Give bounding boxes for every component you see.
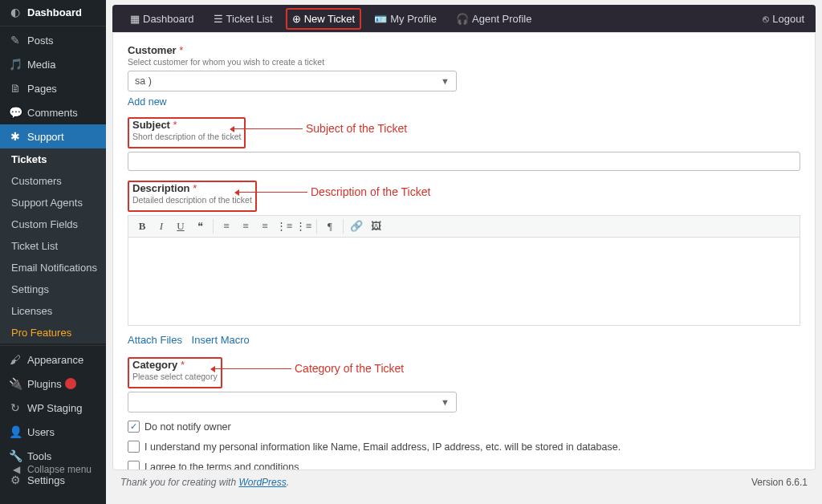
checkbox-consent-terms[interactable]: I agree to the terms and conditions [128, 461, 800, 470]
add-new-link[interactable]: Add new [128, 96, 167, 108]
media-icon: 🎵 [8, 58, 22, 71]
sidebar-subitem-ticket-list[interactable]: Ticket List [0, 235, 106, 257]
sidebar-item-appearance[interactable]: 🖌 Appearance [0, 348, 106, 372]
chevron-down-icon: ▼ [441, 76, 450, 86]
sidebar-item-plugins[interactable]: 🔌 Plugins [0, 372, 106, 396]
sidebar-label: WP Staging [27, 402, 82, 414]
checkbox-do-not-notify[interactable]: ✓ Do not notify owner [128, 421, 800, 433]
tab-agent-profile[interactable]: 🎧 Agent Profile [450, 8, 538, 30]
sidebar-collapse-label: Collapse menu [27, 464, 92, 475]
sidebar-subitem-tickets[interactable]: Tickets [0, 148, 106, 170]
sidebar-subitem-licenses[interactable]: Licenses [0, 300, 106, 322]
plus-icon: ⊕ [292, 13, 301, 25]
posts-icon: ✎ [8, 34, 22, 47]
sidebar-label: Posts [27, 35, 54, 47]
plugins-icon: 🔌 [8, 377, 22, 390]
wordpress-link[interactable]: WordPress [238, 477, 286, 488]
subject-input[interactable] [128, 152, 800, 171]
sidebar-label: Plugins [27, 378, 62, 390]
field-description: Description * Detailed description of th… [128, 181, 800, 326]
attachment-links: Attach Files Insert Macro [128, 334, 800, 346]
footer-thanks: Thank you for creating with WordPress. [120, 477, 289, 488]
ordered-list-button[interactable]: ⋮≡ [275, 217, 293, 235]
unordered-list-button[interactable]: ⋮≡ [295, 217, 312, 235]
category-select[interactable]: ▼ [128, 392, 457, 413]
admin-sidebar: ◐ Dashboard ✎ Posts 🎵 Media 🗎 Pages 💬 Co… [0, 0, 106, 504]
customer-select[interactable]: sa ) ▼ [128, 71, 457, 91]
toolbar-separator [213, 219, 214, 234]
dashboard-icon: ◐ [8, 6, 22, 18]
annotation-box-category: Category * Please select category [128, 357, 222, 388]
tab-ticket-list[interactable]: ☰ Ticket List [207, 8, 279, 30]
attach-files-link[interactable]: Attach Files [128, 334, 182, 346]
sidebar-subitem-support-agents[interactable]: Support Agents [0, 192, 106, 213]
sidebar-label: Comments [27, 107, 78, 119]
sidebar-label: Support [27, 131, 64, 143]
sidebar-subitem-customers[interactable]: Customers [0, 170, 106, 192]
sidebar-subitem-pro-features[interactable]: Pro Features [0, 322, 106, 343]
logout-label: Logout [772, 13, 804, 25]
sidebar-label: Appearance [27, 354, 83, 366]
blockquote-button[interactable]: ❝ [191, 217, 209, 235]
admin-footer: Thank you for creating with WordPress. V… [120, 477, 808, 488]
sidebar-item-comments[interactable]: 💬 Comments [0, 100, 106, 124]
comments-icon: 💬 [8, 106, 22, 119]
description-help: Detailed description of the ticket [132, 195, 252, 205]
wpstaging-icon: ↻ [8, 401, 22, 414]
image-button[interactable]: 🖼 [367, 217, 385, 235]
link-button[interactable]: 🔗 [348, 217, 365, 235]
agent-icon: 🎧 [456, 13, 469, 25]
editor-toolbar: B I U ❝ ≡ ≡ ≡ ⋮≡ ⋮≡ ¶ 🔗 🖼 [128, 215, 800, 238]
checkbox-label: I agree to the terms and conditions [144, 461, 299, 471]
sidebar-submenu-support: Tickets Customers Support Agents Custom … [0, 148, 106, 343]
sidebar-subitem-custom-fields[interactable]: Custom Fields [0, 213, 106, 235]
sidebar-item-dashboard[interactable]: ◐ Dashboard [0, 0, 106, 24]
checkbox-unchecked-icon [128, 441, 140, 453]
customer-value: sa ) [135, 75, 152, 87]
annotation-arrow [238, 192, 307, 193]
annotation-box-subject: Subject * Short description of the ticke… [128, 117, 246, 148]
align-center-button[interactable]: ≡ [237, 217, 254, 235]
main-content: ▦ Dashboard ☰ Ticket List ⊕ New Ticket 🪪… [106, 0, 822, 504]
tab-new-ticket[interactable]: ⊕ New Ticket [286, 8, 362, 30]
profile-icon: 🪪 [374, 13, 387, 25]
category-help: Please select category [132, 372, 218, 381]
tab-my-profile[interactable]: 🪪 My Profile [368, 8, 443, 30]
sidebar-subitem-settings[interactable]: Settings [0, 278, 106, 300]
sidebar-item-posts[interactable]: ✎ Posts [0, 28, 106, 52]
field-category: Category * Please select category Catego… [128, 357, 800, 413]
subject-label: Subject [132, 119, 170, 131]
customer-label: Customer [128, 44, 177, 56]
sidebar-item-wpstaging[interactable]: ↻ WP Staging [0, 396, 106, 420]
sidebar-collapse[interactable]: ◀ Collapse menu [0, 457, 106, 482]
sidebar-item-pages[interactable]: 🗎 Pages [0, 76, 106, 100]
tab-dashboard[interactable]: ▦ Dashboard [124, 8, 201, 30]
field-subject: Subject * Short description of the ticke… [128, 117, 800, 171]
sidebar-subitem-email-notifications[interactable]: Email Notifications [0, 257, 106, 278]
logout-button[interactable]: ⎋ Logout [763, 13, 804, 25]
checkbox-consent-data[interactable]: I understand my personal information lik… [128, 441, 800, 453]
description-editor[interactable] [128, 238, 800, 326]
list-icon: ☰ [214, 13, 223, 25]
required-mark: * [193, 182, 197, 194]
paragraph-button[interactable]: ¶ [321, 217, 339, 235]
align-right-button[interactable]: ≡ [256, 217, 274, 235]
insert-macro-link[interactable]: Insert Macro [192, 334, 250, 346]
bold-button[interactable]: B [133, 217, 151, 235]
sidebar-item-media[interactable]: 🎵 Media [0, 52, 106, 76]
underline-button[interactable]: U [172, 217, 189, 235]
sidebar-label: Users [27, 426, 55, 438]
tab-label: Ticket List [226, 13, 273, 25]
description-label: Description [132, 182, 190, 194]
checkbox-unchecked-icon [128, 461, 140, 470]
required-mark: * [173, 119, 177, 131]
toolbar-separator [316, 219, 317, 234]
chevron-down-icon: ▼ [441, 397, 450, 407]
sidebar-item-users[interactable]: 👤 Users [0, 420, 106, 444]
sidebar-item-support[interactable]: ✱ Support [0, 124, 106, 148]
sidebar-separator [0, 26, 106, 26]
italic-button[interactable]: I [153, 217, 170, 235]
annotation-description-text: Description of the Ticket [311, 185, 430, 198]
align-left-button[interactable]: ≡ [218, 217, 235, 235]
annotation-subject-text: Subject of the Ticket [306, 122, 407, 135]
